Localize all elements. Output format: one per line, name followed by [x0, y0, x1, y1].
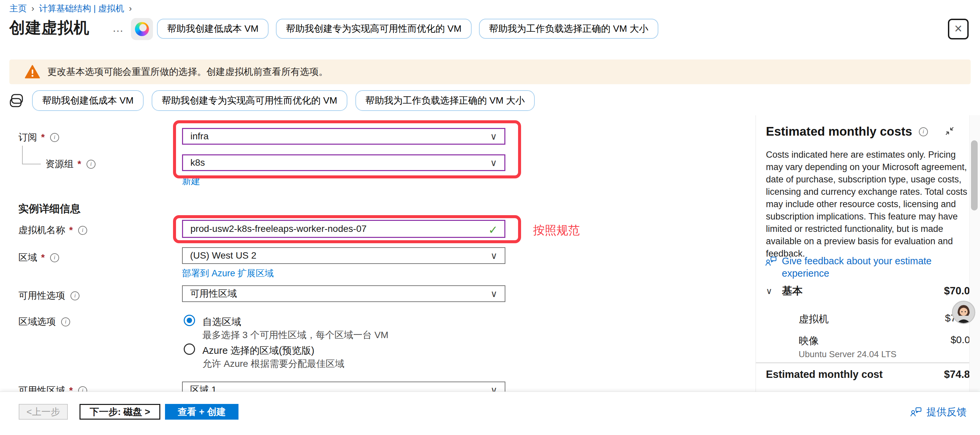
subscription-dropdown[interactable]: infra ∨: [182, 128, 505, 145]
vm-name-input[interactable]: [182, 220, 505, 238]
info-icon[interactable]: i: [70, 292, 80, 300]
chevron-down-icon: ∨: [490, 131, 497, 142]
cost-disclaimer: Costs indicated here are estimates only.…: [766, 149, 968, 260]
estimated-costs-panel: Estimated monthly costs i Costs indicate…: [756, 115, 980, 392]
instance-details-heading: 实例详细信息: [18, 202, 81, 216]
divider: [756, 362, 970, 363]
next-step-disks-button[interactable]: 下一步: 磁盘 >: [80, 404, 160, 420]
create-vm-page: 主页 › 计算基础结构 | 虚拟机 › 创建虚拟机 … 帮助我创建低成本 VM …: [0, 0, 980, 435]
copilot-suggestion-vm-size[interactable]: 帮助我为工作负载选择正确的 VM 大小: [479, 19, 659, 39]
assist-low-cost-button[interactable]: 帮助我创建低成本 VM: [32, 90, 144, 111]
avatar[interactable]: [952, 301, 975, 324]
more-options-icon[interactable]: …: [112, 21, 124, 34]
resource-group-label: 资源组* i: [45, 158, 95, 170]
chevron-down-icon: ∨: [491, 250, 498, 261]
copilot-outline-icon: [8, 92, 25, 109]
valid-check-icon: ✓: [488, 223, 498, 237]
info-icon[interactable]: i: [50, 133, 59, 142]
page-title: 创建虚拟机: [10, 18, 89, 38]
review-create-button[interactable]: 查看 + 创建: [165, 404, 239, 420]
region-label: 区域* i: [18, 251, 59, 264]
assist-high-availability-button[interactable]: 帮助我创建专为实现高可用性而优化的 VM: [152, 90, 347, 111]
self-selected-zone-desc: 最多选择 3 个可用性区域，每个区域一台 VM: [202, 329, 388, 341]
info-icon[interactable]: i: [86, 160, 95, 169]
vm-name-label: 虚拟机名称* i: [18, 224, 87, 237]
self-selected-zone-label: 自选区域: [202, 315, 241, 329]
tree-connector: [22, 164, 41, 164]
availability-options-label: 可用性选项 i: [18, 289, 80, 302]
breadcrumb-separator-icon: ›: [32, 3, 34, 14]
subscription-label: 订阅* i: [18, 131, 59, 143]
info-icon[interactable]: i: [50, 253, 59, 262]
chevron-down-icon: ∨: [490, 157, 497, 168]
resource-group-value: k8s: [190, 157, 205, 168]
close-icon: ×: [954, 22, 962, 35]
assist-row: 帮助我创建低成本 VM 帮助我创建专为实现高可用性而优化的 VM 帮助我为工作负…: [8, 90, 535, 111]
assist-vm-size-button[interactable]: 帮助我为工作负载选择正确的 VM 大小: [355, 90, 535, 111]
azure-selected-zone-radio[interactable]: [184, 343, 195, 355]
close-button[interactable]: ×: [948, 19, 969, 40]
chevron-down-icon: ∨: [491, 288, 498, 300]
bottom-action-bar: <上一步 下一步: 磁盘 > 查看 + 创建 提供反馈: [0, 392, 980, 435]
copilot-suggestion-row: 帮助我创建低成本 VM 帮助我创建专为实现高可用性而优化的 VM 帮助我为工作负…: [157, 19, 659, 39]
tree-connector: [22, 146, 23, 164]
info-icon[interactable]: i: [919, 127, 928, 136]
info-icon[interactable]: i: [61, 317, 70, 327]
copilot-suggestion-low-cost[interactable]: 帮助我创建低成本 VM: [157, 19, 269, 39]
copilot-suggestion-high-availability[interactable]: 帮助我创建专为实现高可用性而优化的 VM: [276, 19, 472, 39]
assist-buttons: 帮助我创建低成本 VM 帮助我创建专为实现高可用性而优化的 VM 帮助我为工作负…: [32, 90, 535, 111]
estimate-feedback-link[interactable]: Give feedback about your estimate experi…: [765, 255, 952, 280]
cost-panel-title: Estimated monthly costs: [766, 124, 912, 139]
extended-zone-link[interactable]: 部署到 Azure 扩展区域: [182, 267, 274, 279]
self-selected-zone-radio[interactable]: [184, 315, 195, 326]
copilot-button[interactable]: [131, 18, 153, 40]
cost-row-image-sub: Ubuntu Server 24.04 LTS: [799, 349, 897, 360]
azure-selected-zone-label: Azure 选择的区域(预览版): [202, 344, 314, 357]
breadcrumb-section-link[interactable]: 计算基础结构 | 虚拟机: [39, 3, 124, 14]
availability-options-value: 可用性区域: [190, 287, 237, 300]
chevron-down-icon: ∨: [766, 286, 782, 296]
breadcrumb: 主页 › 计算基础结构 | 虚拟机 ›: [10, 3, 132, 14]
cost-group-label: 基本: [782, 284, 803, 298]
cost-group-basics[interactable]: ∨ 基本 $70.08: [766, 284, 976, 298]
copilot-icon: [135, 22, 149, 36]
region-dropdown[interactable]: (US) West US 2 ∨: [182, 247, 505, 264]
azure-selected-zone-desc: 允许 Azure 根据需要分配最佳区域: [202, 357, 344, 370]
scrollbar-thumb[interactable]: [971, 140, 978, 210]
warning-text: 更改基本选项可能会重置所做的选择。创建虚拟机前查看所有选项。: [48, 65, 328, 78]
warning-banner: 更改基本选项可能会重置所做的选择。创建虚拟机前查看所有选项。: [10, 59, 970, 84]
breadcrumb-separator-icon: ›: [129, 3, 132, 14]
cost-row-vm: 虚拟机 $70.08: [799, 312, 976, 326]
zone-options-label: 区域选项 i: [18, 315, 70, 328]
cost-row-image: 映像 $0.00: [799, 334, 976, 348]
create-new-resource-group-link[interactable]: 新建: [182, 175, 200, 187]
previous-step-button[interactable]: <上一步: [19, 404, 68, 420]
warning-icon: [25, 65, 40, 79]
resource-group-dropdown[interactable]: k8s ∨: [182, 155, 505, 171]
vm-name-annotation: 按照规范: [533, 223, 580, 238]
feedback-icon: [765, 255, 777, 268]
feedback-icon: [910, 406, 923, 418]
availability-options-dropdown[interactable]: 可用性区域 ∨: [182, 285, 505, 302]
region-value: (US) West US 2: [190, 250, 256, 261]
cost-total-row: Estimated monthly cost $74.88: [766, 368, 976, 381]
info-icon[interactable]: i: [78, 226, 87, 235]
collapse-panel-icon[interactable]: [944, 126, 955, 138]
give-feedback-link[interactable]: 提供反馈: [910, 405, 967, 419]
subscription-value: infra: [190, 131, 208, 142]
breadcrumb-home-link[interactable]: 主页: [10, 3, 27, 14]
